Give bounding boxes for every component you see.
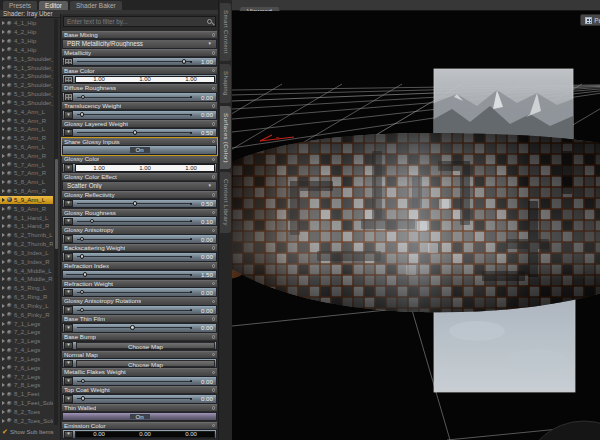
- surface-list-item[interactable]: 8_1_Feet: [0, 390, 53, 399]
- property-control[interactable]: ▼0.50: [62, 128, 217, 138]
- parameter-dropdown-button[interactable]: ▼: [64, 253, 73, 261]
- parameter-settings-icon[interactable]: [212, 388, 216, 392]
- parameter-settings-icon[interactable]: [212, 33, 216, 37]
- texture-map-button[interactable]: [64, 93, 73, 101]
- expand-icon[interactable]: [2, 286, 5, 290]
- surface-list-item[interactable]: 4_4_Hip: [0, 45, 53, 54]
- surface-list-item[interactable]: 4_1_Hip: [0, 19, 53, 28]
- surface-list-item[interactable]: 7_8_Legs: [0, 381, 53, 390]
- expand-icon[interactable]: [2, 383, 5, 387]
- property-control[interactable]: ▼0.00: [62, 305, 217, 315]
- surface-list-item[interactable]: 4_3_Hip: [0, 37, 53, 46]
- expand-icon[interactable]: [2, 119, 5, 123]
- slider-knob[interactable]: [80, 237, 85, 242]
- expand-icon[interactable]: [2, 260, 5, 264]
- parameter-dropdown-button[interactable]: ▼: [64, 218, 73, 226]
- slider-knob[interactable]: [90, 219, 95, 224]
- expand-icon[interactable]: [2, 277, 5, 281]
- surface-list-item[interactable]: 5_2_Shoulder_L: [0, 72, 53, 81]
- expand-icon[interactable]: [2, 154, 5, 158]
- parameter-settings-icon[interactable]: [212, 87, 216, 91]
- slider-track[interactable]: [77, 236, 192, 243]
- tab-presets[interactable]: Presets: [3, 1, 37, 11]
- surface-list-item[interactable]: 5_9_Arm_R: [0, 204, 53, 213]
- slider-knob[interactable]: [133, 201, 138, 206]
- property-control[interactable]: On: [62, 412, 217, 422]
- texture-map-button[interactable]: [64, 76, 73, 84]
- expand-icon[interactable]: [2, 269, 5, 273]
- property-control[interactable]: ▼0.00: [62, 234, 217, 244]
- property-control[interactable]: ▼0.00: [62, 376, 217, 386]
- property-control[interactable]: 0.00: [62, 92, 217, 102]
- expand-icon[interactable]: [2, 216, 5, 220]
- view-selector-button[interactable]: Per: [580, 14, 600, 26]
- slider-track[interactable]: [66, 271, 192, 278]
- slider-track[interactable]: [77, 378, 192, 385]
- expand-icon[interactable]: [2, 207, 5, 211]
- surface-list-item[interactable]: 6_6_Pinky_L: [0, 302, 53, 311]
- expand-icon[interactable]: [2, 295, 5, 299]
- expand-icon[interactable]: [2, 242, 5, 246]
- parameter-settings-icon[interactable]: [212, 300, 216, 304]
- surface-list-item[interactable]: 6_2_Thumb_R: [0, 240, 53, 249]
- slider-track[interactable]: [77, 395, 192, 402]
- expand-icon[interactable]: [2, 39, 5, 43]
- surface-list-item[interactable]: 7_3_Legs: [0, 337, 53, 346]
- slider-track[interactable]: [77, 218, 192, 225]
- slider-track[interactable]: [77, 94, 192, 101]
- slider-track[interactable]: [77, 324, 192, 331]
- slider-knob[interactable]: [81, 379, 86, 384]
- parameter-settings-icon[interactable]: [212, 69, 216, 73]
- parameter-settings-icon[interactable]: [212, 175, 216, 179]
- parameter-settings-icon[interactable]: [212, 371, 216, 375]
- parameter-dropdown-button[interactable]: ▼: [64, 200, 73, 208]
- slider-knob[interactable]: [81, 95, 86, 100]
- expand-icon[interactable]: [2, 401, 5, 405]
- show-sub-items-checkbox[interactable]: ✔ Show Sub Items: [2, 428, 58, 435]
- parameter-settings-icon[interactable]: [212, 158, 216, 162]
- expand-icon[interactable]: [2, 74, 5, 78]
- expand-icon[interactable]: [2, 339, 5, 343]
- toggle-state[interactable]: On: [129, 147, 149, 153]
- surface-list-item[interactable]: 6_5_Ring_L: [0, 284, 53, 293]
- expand-icon[interactable]: [2, 189, 5, 193]
- parameter-dropdown-button[interactable]: ▼: [64, 164, 73, 172]
- parameter-dropdown-button[interactable]: ▼: [64, 360, 73, 368]
- expand-icon[interactable]: [2, 57, 5, 61]
- surface-list-item[interactable]: 5_6_Arm_R: [0, 151, 53, 160]
- property-control[interactable]: ▼0.00: [62, 287, 217, 297]
- surface-list-item[interactable]: 6_4_Middle_L: [0, 266, 53, 275]
- surface-list-item[interactable]: 5_5_Arm_R: [0, 134, 53, 143]
- parameter-settings-icon[interactable]: [212, 104, 216, 108]
- expand-icon[interactable]: [2, 180, 5, 184]
- surface-list-item[interactable]: 5_4_Arm_R: [0, 116, 53, 125]
- surface-list-item[interactable]: 7_2_Legs: [0, 328, 53, 337]
- parameter-settings-icon[interactable]: [212, 229, 216, 233]
- toggle-state[interactable]: On: [129, 414, 149, 420]
- property-control[interactable]: ▼0.50: [62, 199, 217, 209]
- surface-list-item[interactable]: 5_8_Arm_L: [0, 178, 53, 187]
- expand-icon[interactable]: [2, 66, 5, 70]
- expand-icon[interactable]: [2, 127, 5, 131]
- surface-list-item[interactable]: 8_2_Toes_Sole: [0, 416, 53, 425]
- parameter-dropdown-button[interactable]: ▼: [64, 129, 73, 137]
- surface-list-item[interactable]: 5_8_Arm_R: [0, 187, 53, 196]
- surface-list-item[interactable]: 5_1_Shoulder_R: [0, 63, 53, 72]
- viewport-canvas[interactable]: Per: [232, 11, 600, 440]
- expand-icon[interactable]: [2, 30, 5, 34]
- slider-knob[interactable]: [80, 290, 85, 295]
- surface-list-item[interactable]: 6_1_Hand_L: [0, 213, 53, 222]
- color-swatch-bar[interactable]: 0.000.000.00: [75, 431, 215, 439]
- surface-list-item[interactable]: 6_6_Pinky_R: [0, 310, 53, 319]
- expand-icon[interactable]: [2, 83, 5, 87]
- expand-icon[interactable]: [2, 224, 5, 228]
- surface-list-item[interactable]: 7_7_Legs: [0, 372, 53, 381]
- expand-icon[interactable]: [2, 110, 5, 114]
- parameter-settings-icon[interactable]: [212, 424, 216, 428]
- parameter-dropdown-button[interactable]: ▼: [64, 377, 73, 385]
- slider-knob[interactable]: [130, 325, 135, 330]
- filter-input[interactable]: Enter text to filter by...: [63, 16, 216, 27]
- parameter-dropdown-button[interactable]: ▼: [64, 235, 73, 243]
- expand-icon[interactable]: [2, 410, 5, 414]
- expand-icon[interactable]: [2, 330, 5, 334]
